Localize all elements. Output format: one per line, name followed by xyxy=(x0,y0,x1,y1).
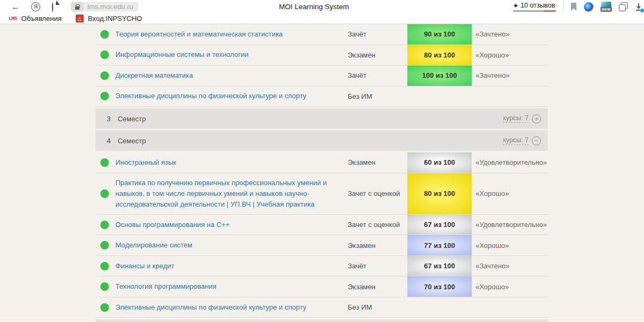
address-bar: ← Я lms.moi.edu.ru MOI Learning System ★… xyxy=(0,0,644,13)
reviews-count-label: 10 отзывов xyxy=(521,2,555,9)
collections-icon[interactable] xyxy=(619,2,628,11)
grade-text: «Удовлетворительно» xyxy=(475,215,548,235)
bookmark-label: Вход.INPSYCHO xyxy=(88,14,142,23)
extension-sphere-icon[interactable] xyxy=(584,2,594,12)
chrome-right-group: ★ 10 отзывов NEW xyxy=(513,2,640,12)
status-dot-icon xyxy=(100,189,109,198)
assessment-type: Зачет с оценкой xyxy=(348,215,407,235)
course-link[interactable]: Основы программирования на C++ xyxy=(115,219,230,230)
course-link[interactable]: Элективные дисциплины по физической куль… xyxy=(115,302,306,313)
grade-text: «Хорошо» xyxy=(475,173,548,214)
pyramid-favicon: △ xyxy=(76,14,84,23)
extension-thumbnail xyxy=(601,2,611,7)
status-dot-icon xyxy=(100,71,109,80)
grade-text: «Зачтено» xyxy=(475,256,548,276)
yandex-mode-icon[interactable]: Я xyxy=(31,2,40,11)
table-row: Теория вероятностей и математическая ста… xyxy=(96,24,548,45)
grades-table: Теория вероятностей и математическая ста… xyxy=(96,24,548,322)
site-reviews-widget[interactable]: ★ 10 отзывов xyxy=(513,2,556,12)
downloads-icon[interactable] xyxy=(635,3,642,11)
bookmark-flag-icon[interactable] xyxy=(570,3,577,11)
table-row: Иностранный язык Экзамен 60 из 100 «Удов… xyxy=(96,152,548,173)
lms-favicon: LMS xyxy=(9,16,17,21)
grade-text: «Зачтено» xyxy=(475,24,548,45)
score-badge xyxy=(407,297,472,318)
assessment-type: Зачёт xyxy=(348,65,407,86)
status-dot-icon xyxy=(100,50,109,59)
table-row: Практика по получению первичных професси… xyxy=(96,173,548,215)
course-name-cell: Моделирование систем xyxy=(115,235,344,255)
grade-text: «Хорошо» xyxy=(475,235,548,255)
back-icon[interactable]: ← xyxy=(10,2,21,12)
score-badge: 77 из 100 xyxy=(407,235,472,255)
grade-text: «Хорошо» xyxy=(475,45,548,65)
score-badge: 60 из 100 xyxy=(407,152,472,173)
course-link[interactable]: Финансы и кредит xyxy=(115,261,174,272)
bookmark-item-inpsycho[interactable]: △ Вход.INPSYCHO xyxy=(76,14,142,23)
status-cell xyxy=(96,24,115,45)
course-name-cell: Элективные дисциплины по физической куль… xyxy=(115,297,344,318)
collapse-icon[interactable]: − xyxy=(532,136,541,145)
status-dot-icon xyxy=(100,92,109,100)
course-link[interactable]: Дискретная математика xyxy=(115,70,193,81)
score-badge: 80 из 100 xyxy=(407,173,472,214)
lock-icon[interactable] xyxy=(71,2,84,12)
score-badge: 80 из 100 xyxy=(407,45,472,65)
grade-text: «Удовлетворительно» xyxy=(475,152,548,173)
courses-count-link[interactable]: курсы: 7 xyxy=(503,114,529,123)
score-badge xyxy=(407,86,472,107)
toolbar-divider xyxy=(563,2,564,11)
course-link[interactable]: Моделирование систем xyxy=(115,240,192,251)
course-link[interactable]: Теория вероятностей и математическая ста… xyxy=(115,29,283,40)
semester-number: 3 xyxy=(107,115,111,123)
courses-count-link[interactable]: курсы: 7 xyxy=(503,136,529,145)
status-dot-icon xyxy=(100,282,109,291)
course-name-cell: Теория вероятностей и математическая ста… xyxy=(115,24,344,45)
course-name-cell: Технология программирования xyxy=(115,276,344,297)
extension-new-icon[interactable]: NEW xyxy=(601,2,612,12)
assessment-type: Зачёт xyxy=(348,24,407,45)
table-row: Дискретная математика Зачёт 100 из 100 «… xyxy=(96,65,548,86)
bookmarks-bar: LMS Объявления △ Вход.INPSYCHO xyxy=(0,13,644,24)
course-link[interactable]: Элективные дисциплины по физической куль… xyxy=(115,91,306,101)
course-link[interactable]: Практика по получению первичных професси… xyxy=(115,178,339,210)
course-name-cell: Иностранный язык xyxy=(115,152,344,173)
semester-header[interactable]: 3 Семестр курсы: 7 + xyxy=(96,108,548,129)
grade-text: «Хорошо» xyxy=(475,276,548,297)
refresh-icon[interactable] xyxy=(52,3,60,11)
browser-window: ← Я lms.moi.edu.ru MOI Learning System ★… xyxy=(0,0,644,322)
download-notification-dot xyxy=(640,9,644,12)
semester-header[interactable]: 4 Семестр курсы: 7 − xyxy=(96,130,548,151)
url-field[interactable]: lms.moi.edu.ru xyxy=(71,2,138,12)
assessment-type: Экзамен xyxy=(348,276,407,297)
status-cell xyxy=(96,235,115,255)
bookmark-item-announcements[interactable]: LMS Объявления xyxy=(9,14,62,23)
status-dot-icon xyxy=(100,262,109,270)
status-cell xyxy=(96,86,115,107)
course-link[interactable]: Технология программирования xyxy=(115,281,216,292)
score-badge: 100 из 100 xyxy=(407,65,472,86)
table-row: Элективные дисциплины по физической куль… xyxy=(96,86,548,107)
status-cell xyxy=(96,152,115,173)
status-dot-icon xyxy=(100,30,109,39)
status-dot-icon xyxy=(100,241,109,250)
status-cell xyxy=(96,65,115,86)
score-badge: 70 из 100 xyxy=(407,276,472,297)
status-dot-icon xyxy=(100,158,109,167)
semester-header[interactable]: 5 Семестр курсы: 8 + xyxy=(96,319,548,322)
assessment-type: Зачет с оценкой xyxy=(348,173,407,214)
course-name-cell: Дискретная математика xyxy=(115,65,344,86)
course-name-cell: Основы программирования на C++ xyxy=(115,215,344,235)
star-icon: ★ xyxy=(513,2,518,9)
table-row: Технология программирования Экзамен 70 и… xyxy=(96,276,548,297)
course-name-cell: Элективные дисциплины по физической куль… xyxy=(115,86,344,107)
course-link[interactable]: Информационные системы и технологии xyxy=(115,49,248,60)
course-name-cell: Информационные системы и технологии xyxy=(115,45,344,65)
browser-chrome: ← Я lms.moi.edu.ru MOI Learning System ★… xyxy=(0,0,644,24)
expand-icon[interactable]: + xyxy=(532,114,541,123)
status-cell xyxy=(96,297,115,318)
status-cell xyxy=(96,173,115,214)
course-name-cell: Финансы и кредит xyxy=(115,256,344,276)
course-link[interactable]: Иностранный язык xyxy=(115,157,176,168)
status-dot-icon xyxy=(100,303,109,312)
